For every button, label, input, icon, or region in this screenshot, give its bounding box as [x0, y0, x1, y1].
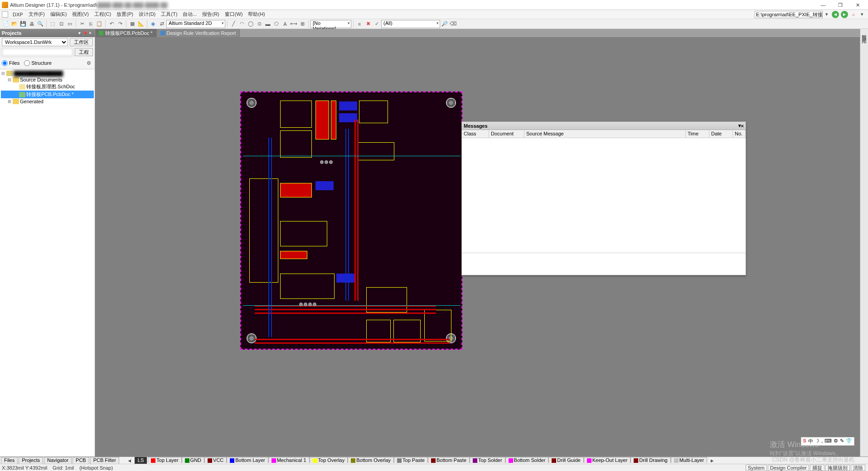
place-line-icon[interactable]: ╱	[229, 20, 238, 28]
layer-tab-12[interactable]: Keep-Out Layer	[584, 457, 631, 463]
dxp-icon[interactable]	[2, 11, 8, 18]
col-class[interactable]: Class	[462, 130, 489, 138]
col-message[interactable]: Message	[542, 130, 686, 138]
tab-pcb[interactable]: 转接板PCB.PcbDoc *	[95, 29, 157, 37]
menu-design[interactable]: 设计(D)	[136, 11, 158, 18]
ime-toolbar[interactable]: S 中☽, ⌨⚙✎👕	[801, 437, 854, 446]
tab-pcb-bottom[interactable]: PCB	[73, 457, 89, 464]
view3d-icon[interactable]: ◉	[149, 20, 157, 28]
menu-window[interactable]: 窗口(W)	[222, 11, 246, 18]
place-string-icon[interactable]: A	[281, 20, 289, 28]
new-icon[interactable]: 📄	[2, 20, 10, 28]
menu-help[interactable]: 帮助(H)	[245, 11, 267, 18]
nav-back-button[interactable]: ◄	[832, 11, 839, 18]
menu-place[interactable]: 放置(P)	[114, 11, 136, 18]
radio-structure[interactable]: Structure	[24, 60, 52, 66]
place-comp-icon[interactable]: ⊞	[298, 20, 306, 28]
panel-close-icon[interactable]: ×	[87, 31, 93, 35]
tab-navigator[interactable]: Navigator	[44, 457, 72, 464]
layer-tab-6[interactable]: Bottom Overlay	[348, 457, 394, 463]
menu-report[interactable]: 报告(R)	[199, 11, 222, 18]
layer-tab-13[interactable]: Drill Drawing	[630, 457, 670, 463]
status-clear-btn[interactable]: 清除	[851, 465, 865, 471]
status-system[interactable]: System	[746, 465, 767, 471]
layer-prev-icon[interactable]: ◄	[126, 457, 134, 465]
tree-project-root[interactable]: ⊟██████████████	[1, 70, 94, 77]
project-tree[interactable]: ⊟██████████████ ⊟Source Documents 转接板原理图…	[0, 69, 95, 457]
layer-tab-2[interactable]: VCC	[204, 457, 227, 463]
find-icon[interactable]: 🔎	[441, 20, 449, 28]
layer-tab-10[interactable]: Bottom Solder	[505, 457, 549, 463]
grid-icon[interactable]: ▦	[128, 20, 136, 28]
project-settings-icon[interactable]: ⚙	[85, 59, 93, 67]
place-poly-icon[interactable]: ⬠	[272, 20, 281, 28]
project-name-input[interactable]	[2, 48, 73, 56]
tab-report[interactable]: Design Rule Verification Report	[157, 29, 240, 37]
layer-tab-11[interactable]: Drill Guide	[548, 457, 583, 463]
preview-icon[interactable]: 🔍	[36, 20, 44, 28]
print-icon[interactable]: 🖶	[28, 20, 36, 28]
paste-icon[interactable]: 📋	[95, 20, 103, 28]
clear-icon[interactable]: ⌫	[449, 20, 457, 28]
panel-pin-icon[interactable]: 📌	[82, 31, 87, 35]
status-design-compiler[interactable]: Design Compiler	[768, 465, 809, 471]
tab-pcb-filter[interactable]: PCB Filter	[90, 457, 119, 464]
layer-tab-14[interactable]: Multi-Layer	[671, 457, 707, 463]
units-icon[interactable]: 📐	[137, 20, 145, 28]
align-icon[interactable]: ≡	[355, 20, 364, 28]
path-selector[interactable]: E:\program\ad\EE_PXIE_转接板\	[755, 11, 823, 18]
col-no[interactable]: No.	[733, 130, 746, 138]
view-mode-select[interactable]: Altium Standard 2D	[166, 20, 225, 28]
layer-tab-8[interactable]: Bottom Paste	[428, 457, 470, 463]
layer-tab-9[interactable]: Top Solder	[470, 457, 505, 463]
menu-file[interactable]: 文件(F)	[26, 11, 48, 18]
menu-tools[interactable]: 工具(T)	[158, 11, 180, 18]
save-icon[interactable]: 💾	[19, 20, 27, 28]
maximize-button[interactable]: ❐	[832, 0, 849, 10]
place-arc-icon[interactable]: ◠	[238, 20, 246, 28]
tree-file-sch[interactable]: 转接板原理图.SchDoc	[1, 83, 94, 91]
layer-tab-0[interactable]: Top Layer	[148, 457, 181, 463]
status-mask-btn[interactable]: 掩膜级别	[825, 465, 850, 471]
layer-tab-5[interactable]: Top Overlay	[310, 457, 348, 463]
layer-next-icon[interactable]: ►	[708, 457, 716, 465]
messages-panel[interactable]: Messages ▾ × Class Document Source Messa…	[461, 121, 746, 275]
layer-set-button[interactable]: LS	[135, 457, 147, 464]
tree-source-docs[interactable]: ⊟Source Documents	[1, 77, 94, 83]
place-fill-icon[interactable]: ▬	[264, 20, 272, 28]
variations-select[interactable]: [No Variations]	[310, 20, 351, 28]
layer-tab-3[interactable]: Bottom Layer	[227, 457, 268, 463]
close-button[interactable]: ✕	[849, 0, 866, 10]
undo-icon[interactable]: ↶	[107, 20, 116, 28]
tree-generated[interactable]: ⊞Generated	[1, 98, 94, 105]
menu-dxp[interactable]: DXP	[10, 12, 26, 17]
tab-files[interactable]: Files	[1, 457, 18, 464]
zoom-sel-icon[interactable]: ▭	[66, 20, 74, 28]
highlight-icon[interactable]: ✓	[373, 20, 381, 28]
redo-icon[interactable]: ↷	[116, 20, 124, 28]
place-pad-icon[interactable]: ◯	[247, 20, 255, 28]
path-dropdown-icon[interactable]: ▾	[823, 10, 831, 19]
minimize-button[interactable]: —	[815, 0, 832, 10]
col-document[interactable]: Document	[489, 130, 524, 138]
place-dim-icon[interactable]: ⟷	[290, 20, 298, 28]
menu-edit[interactable]: 编辑(E)	[48, 11, 70, 18]
filter-select[interactable]: (All)	[381, 20, 440, 28]
col-date[interactable]: Date	[709, 130, 733, 138]
workspace-button[interactable]: 工作区	[70, 38, 93, 46]
nav-home-icon[interactable]: ⌂	[850, 11, 857, 18]
flip-icon[interactable]: ⇄	[158, 20, 166, 28]
layer-tab-7[interactable]: Top Paste	[394, 457, 428, 463]
zoom-area-icon[interactable]: ⬚	[48, 20, 57, 28]
nav-fwd-button[interactable]: ►	[841, 11, 848, 18]
col-source[interactable]: Source	[524, 130, 542, 138]
open-icon[interactable]: 📂	[10, 20, 19, 28]
cut-icon[interactable]: ✂	[78, 20, 86, 28]
menu-auto[interactable]: 自动...	[180, 11, 199, 18]
radio-files[interactable]: Files	[2, 60, 19, 66]
layer-tab-1[interactable]: GND	[182, 457, 204, 463]
col-time[interactable]: Time	[686, 130, 709, 138]
place-via-icon[interactable]: ⊙	[255, 20, 263, 28]
zoom-fit-icon[interactable]: ⊡	[57, 20, 65, 28]
panel-dropdown-icon[interactable]: ▾	[77, 31, 82, 35]
